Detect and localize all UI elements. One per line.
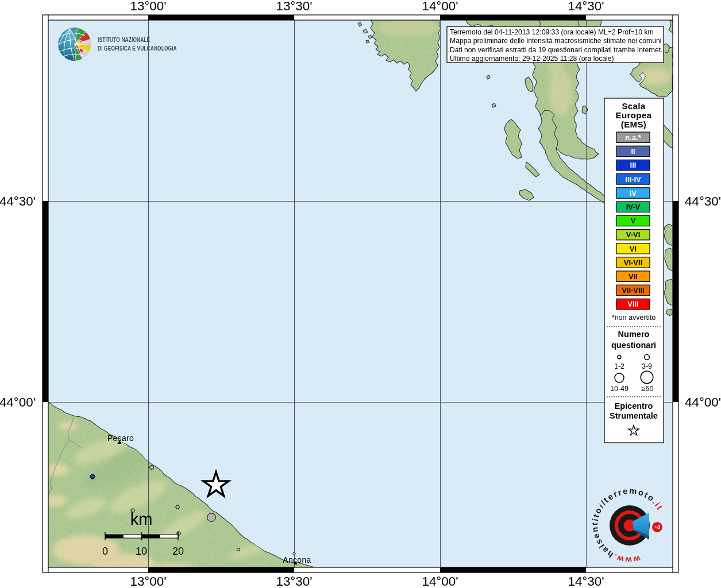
svg-text:n.a.*: n.a.* <box>625 133 641 142</box>
svg-text:questionari: questionari <box>611 341 656 350</box>
svg-text:ISTITUTO NAZIONALE: ISTITUTO NAZIONALE <box>98 36 150 44</box>
svg-text:44°30': 44°30' <box>0 194 36 208</box>
svg-text:V-VI: V-VI <box>626 230 641 239</box>
svg-text:44°00': 44°00' <box>685 395 721 409</box>
svg-text:1-2: 1-2 <box>614 362 624 370</box>
svg-text:VII-VIII: VII-VIII <box>622 286 645 295</box>
svg-text:IV: IV <box>630 189 637 198</box>
svg-text:14°00': 14°00' <box>422 0 458 13</box>
svg-text:Ultimo aggiornamento: 29-12-20: Ultimo aggiornamento: 29-12-2025 11:28 (… <box>450 55 614 63</box>
svg-text:13°30': 13°30' <box>276 574 312 588</box>
svg-text:13°00': 13°00' <box>130 0 166 13</box>
svg-text:≥50: ≥50 <box>642 385 654 393</box>
svg-text:III: III <box>630 161 637 169</box>
svg-text:14°30': 14°30' <box>568 574 604 588</box>
svg-text:Epicentro: Epicentro <box>615 401 653 411</box>
svg-text:VI-VII: VI-VII <box>624 258 643 267</box>
svg-text:Pesaro: Pesaro <box>107 434 134 443</box>
svg-text:14°00': 14°00' <box>422 574 458 588</box>
svg-text:Ancona: Ancona <box>283 555 311 564</box>
svg-text:km: km <box>130 510 153 528</box>
svg-text:VIII: VIII <box>627 300 639 308</box>
svg-text:Strumentale: Strumentale <box>610 411 658 420</box>
svg-text:Dati non verificati estratti d: Dati non verificati estratti da 19 quest… <box>450 46 663 54</box>
svg-text:Mappa preliminare delle intens: Mappa preliminare delle intensità macros… <box>450 37 662 45</box>
svg-text:13°30': 13°30' <box>276 0 312 13</box>
svg-text:?: ? <box>653 525 662 529</box>
svg-text:Europea: Europea <box>616 110 652 120</box>
svg-text:Terremoto del 04-11-2013 12:09: Terremoto del 04-11-2013 12:09:33 (ora l… <box>450 28 654 36</box>
svg-text:3-9: 3-9 <box>642 362 652 370</box>
svg-text:III-IV: III-IV <box>625 175 641 184</box>
svg-text:V: V <box>631 216 636 225</box>
svg-text:44°00': 44°00' <box>0 395 36 409</box>
svg-text:(EMS): (EMS) <box>621 119 647 129</box>
svg-text:0: 0 <box>102 546 108 557</box>
svg-text:II: II <box>631 147 635 156</box>
svg-text:13°00': 13°00' <box>130 574 166 588</box>
svg-text:44°30': 44°30' <box>685 194 721 208</box>
svg-text:20: 20 <box>172 546 184 557</box>
svg-text:VI: VI <box>630 245 637 253</box>
svg-text:DI GEOFISICA E VULCANOLOGIA: DI GEOFISICA E VULCANOLOGIA <box>98 44 177 52</box>
svg-text:*non avvertito: *non avvertito <box>612 314 656 322</box>
svg-text:Numero: Numero <box>618 330 650 339</box>
svg-text:10: 10 <box>136 546 147 557</box>
svg-text:10-49: 10-49 <box>610 385 629 393</box>
svg-text:IV-V: IV-V <box>626 203 641 211</box>
svg-text:Scala: Scala <box>622 101 645 111</box>
svg-text:14°30': 14°30' <box>568 0 604 13</box>
svg-text:VII: VII <box>629 272 638 281</box>
